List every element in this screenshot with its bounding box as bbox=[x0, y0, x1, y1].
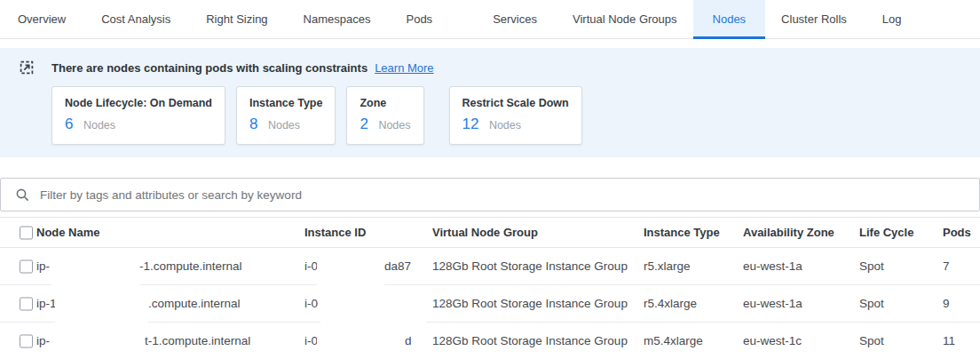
instance-id-link[interactable]: i-0 bbox=[304, 285, 318, 322]
table-row: ip- t-1.compute.internal i-0 d 128Gb Roo… bbox=[0, 323, 980, 359]
banner-header: There are nodes containing pods with sca… bbox=[0, 57, 980, 78]
redaction-box bbox=[51, 252, 139, 285]
col-pods: Pods bbox=[943, 218, 971, 247]
instance-id-link[interactable]: da87 bbox=[384, 248, 411, 284]
row-checkbox[interactable] bbox=[20, 297, 33, 310]
pods-cell: 11 bbox=[943, 323, 955, 359]
tab-right-sizing[interactable]: Right Sizing bbox=[206, 0, 267, 38]
availability-zone-cell: eu-west-1a bbox=[743, 285, 802, 322]
tab-services[interactable]: Services bbox=[493, 0, 537, 38]
col-virtual-node-group: Virtual Node Group bbox=[432, 218, 538, 247]
col-life-cycle: Life Cycle bbox=[859, 218, 913, 247]
redaction-box bbox=[320, 290, 426, 323]
virtual-node-group-cell: 128Gb Root Storage Instance Group bbox=[432, 248, 628, 284]
virtual-node-group-cell: 128Gb Root Storage Instance Group bbox=[432, 323, 628, 359]
life-cycle-cell: Spot bbox=[859, 285, 884, 322]
row-checkbox[interactable] bbox=[20, 334, 33, 347]
col-instance-id: Instance ID bbox=[304, 218, 366, 247]
tab-overview[interactable]: Overview bbox=[18, 0, 66, 38]
search-icon bbox=[15, 187, 30, 203]
table-row: ip- -1.compute.internal i-0 da87 128Gb R… bbox=[0, 248, 980, 285]
card-title: Zone bbox=[360, 97, 410, 109]
tab-cluster-rolls[interactable]: Cluster Rolls bbox=[781, 0, 847, 38]
card-unit: Nodes bbox=[83, 119, 115, 132]
tab-log[interactable]: Log bbox=[882, 0, 902, 38]
col-node-name: Node Name bbox=[36, 218, 100, 247]
table-row: ip-1 .compute.internal i-0 128Gb Root St… bbox=[0, 285, 980, 323]
node-name-link[interactable]: t-1.compute.internal bbox=[145, 323, 250, 359]
pods-cell: 9 bbox=[943, 285, 950, 322]
row-checkbox[interactable] bbox=[20, 259, 33, 273]
node-name-link[interactable]: ip- bbox=[36, 248, 50, 284]
node-name-link[interactable]: ip-1 bbox=[36, 285, 57, 322]
redaction-box bbox=[317, 327, 405, 359]
tab-nodes[interactable]: Nodes bbox=[693, 0, 766, 38]
card-unit: Nodes bbox=[378, 119, 410, 132]
table-header-row: Node Name Instance ID Virtual Node Group… bbox=[0, 218, 980, 248]
availability-zone-cell: eu-west-1c bbox=[743, 323, 802, 359]
instance-type-cell: r5.4xlarge bbox=[644, 285, 697, 322]
instance-id-link[interactable]: d bbox=[405, 323, 412, 359]
instance-id-link[interactable]: i-0 bbox=[304, 323, 318, 359]
filter-input[interactable] bbox=[38, 187, 979, 203]
instance-type-cell: m5.4xlarge bbox=[644, 323, 703, 359]
select-all-checkbox[interactable] bbox=[20, 226, 33, 239]
redaction-box bbox=[317, 252, 384, 285]
redaction-box bbox=[51, 327, 145, 359]
node-name-link[interactable]: ip- bbox=[36, 323, 50, 359]
card-title: Restrict Scale Down bbox=[462, 97, 569, 109]
virtual-node-group-cell: 128Gb Root Storage Instance Group bbox=[432, 285, 628, 322]
filter-bar bbox=[0, 178, 980, 211]
card-restrict-scale-down[interactable]: Restrict Scale Down 12 Nodes bbox=[449, 86, 582, 145]
scaling-constraint-icon bbox=[20, 60, 34, 75]
constraint-cards: Node Lifecycle: On Demand 6 Nodes Instan… bbox=[51, 86, 980, 145]
card-instance-type[interactable]: Instance Type 8 Nodes bbox=[236, 86, 336, 145]
card-title: Instance Type bbox=[249, 97, 322, 109]
nodes-page: Overview Cost Analysis Right Sizing Name… bbox=[0, 0, 980, 359]
tab-cost-analysis[interactable]: Cost Analysis bbox=[101, 0, 170, 38]
banner-message: There are nodes containing pods with sca… bbox=[51, 61, 368, 75]
life-cycle-cell: Spot bbox=[859, 323, 884, 359]
card-zone[interactable]: Zone 2 Nodes bbox=[346, 86, 423, 145]
nodes-table: Node Name Instance ID Virtual Node Group… bbox=[0, 217, 980, 359]
card-title: Node Lifecycle: On Demand bbox=[65, 97, 212, 109]
tab-virtual-node-groups[interactable]: Virtual Node Groups bbox=[573, 0, 677, 38]
availability-zone-cell: eu-west-1a bbox=[743, 248, 802, 284]
card-count: 12 bbox=[462, 116, 479, 132]
tab-bar: Overview Cost Analysis Right Sizing Name… bbox=[0, 0, 980, 39]
col-availability-zone: Availability Zone bbox=[743, 218, 834, 247]
learn-more-link[interactable]: Learn More bbox=[375, 61, 433, 75]
tab-pods[interactable]: Pods bbox=[406, 0, 432, 38]
life-cycle-cell: Spot bbox=[859, 248, 884, 284]
tab-namespaces[interactable]: Namespaces bbox=[304, 0, 371, 38]
card-count: 2 bbox=[360, 116, 368, 132]
instance-id-link[interactable]: i-0 bbox=[304, 248, 318, 284]
card-count: 8 bbox=[249, 116, 257, 132]
card-unit: Nodes bbox=[268, 119, 300, 132]
card-count: 6 bbox=[65, 116, 73, 132]
instance-type-cell: r5.xlarge bbox=[644, 248, 691, 284]
node-name-link[interactable]: -1.compute.internal bbox=[139, 248, 242, 284]
redaction-box bbox=[55, 290, 148, 323]
card-unit: Nodes bbox=[489, 119, 521, 132]
col-instance-type: Instance Type bbox=[644, 218, 720, 247]
card-node-lifecycle[interactable]: Node Lifecycle: On Demand 6 Nodes bbox=[51, 86, 225, 145]
node-name-link[interactable]: .compute.internal bbox=[148, 285, 241, 322]
pods-cell: 7 bbox=[943, 248, 950, 284]
scaling-constraints-banner: There are nodes containing pods with sca… bbox=[0, 48, 980, 157]
